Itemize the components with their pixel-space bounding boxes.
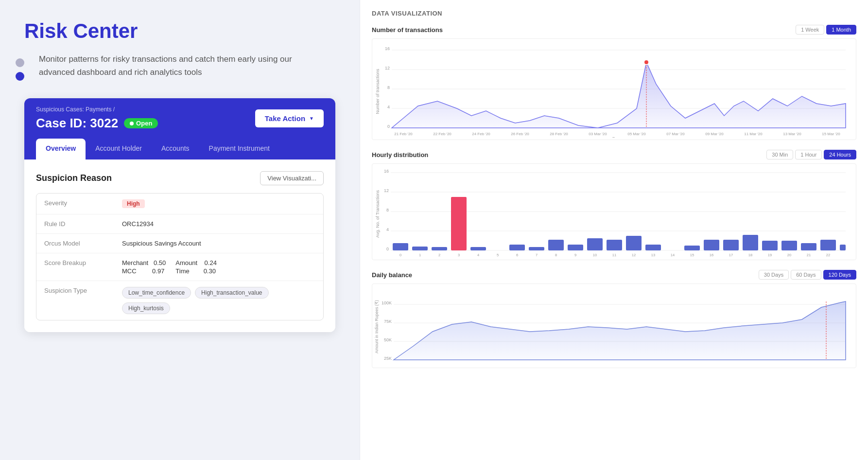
tab-overview[interactable]: Overview xyxy=(36,139,86,159)
svg-text:50K: 50K xyxy=(384,337,392,342)
transactions-1week-btn[interactable]: 1 Week xyxy=(796,25,824,35)
svg-text:10: 10 xyxy=(593,253,597,257)
svg-rect-46 xyxy=(587,238,603,250)
svg-text:4: 4 xyxy=(386,227,389,232)
svg-text:07 Mar '20: 07 Mar '20 xyxy=(666,132,685,136)
svg-rect-48 xyxy=(626,236,642,250)
svg-rect-43 xyxy=(529,247,544,250)
svg-text:0: 0 xyxy=(399,253,401,257)
svg-text:22 Feb '20: 22 Feb '20 xyxy=(433,132,451,136)
transactions-1month-btn[interactable]: 1 Month xyxy=(826,25,856,35)
tab-account-holder[interactable]: Account Holder xyxy=(86,139,152,159)
svg-text:11 Mar '20: 11 Mar '20 xyxy=(744,132,763,136)
svg-text:17: 17 xyxy=(729,253,733,257)
svg-text:0: 0 xyxy=(387,124,390,129)
status-badge: Open xyxy=(124,118,158,128)
svg-text:24 Feb '20: 24 Feb '20 xyxy=(472,132,490,136)
type-label: Suspicion Type xyxy=(44,287,122,294)
suspicion-details: Severity High Rule ID ORC12934 Orcus Mod… xyxy=(36,193,324,320)
svg-text:05 Mar '20: 05 Mar '20 xyxy=(627,132,646,136)
tab-payment-instrument[interactable]: Payment Instrument xyxy=(199,139,279,159)
svg-text:13: 13 xyxy=(651,253,655,257)
svg-rect-54 xyxy=(762,241,778,250)
hourly-24hours-btn[interactable]: 24 Hours xyxy=(824,150,856,159)
tabs-row: Overview Account Holder Accounts Payment… xyxy=(24,139,335,159)
daily-balance-chart: Amount in Indian Rupees (₹) 25K 50K 75K … xyxy=(372,283,856,368)
daily-balance-title: Daily balance xyxy=(372,271,412,279)
svg-text:28 Feb '20: 28 Feb '20 xyxy=(550,132,568,136)
score-label: Score Breakup xyxy=(44,259,122,266)
svg-rect-47 xyxy=(607,240,622,250)
dot-active xyxy=(16,72,24,81)
daily-30days-btn[interactable]: 30 Days xyxy=(759,270,789,280)
score-amount: Amount 0.24 xyxy=(175,259,217,266)
view-visualization-button[interactable]: View Visualizati... xyxy=(260,171,324,185)
model-row: Orcus Model Suspicious Savings Account xyxy=(36,234,323,253)
svg-point-12 xyxy=(644,60,649,65)
svg-text:15: 15 xyxy=(690,253,694,257)
daily-balance-section: Daily balance 30 Days 60 Days 120 Days A… xyxy=(372,270,856,368)
svg-rect-53 xyxy=(743,235,758,250)
svg-text:21 Feb '20: 21 Feb '20 xyxy=(394,132,413,136)
daily-time-buttons: 30 Days 60 Days 120 Days xyxy=(759,270,856,280)
svg-text:Number of transactions: Number of transactions xyxy=(375,69,380,114)
svg-rect-49 xyxy=(645,245,661,250)
svg-rect-58 xyxy=(840,245,846,250)
svg-text:21: 21 xyxy=(807,253,811,257)
tab-accounts[interactable]: Accounts xyxy=(152,139,199,159)
rule-id-value: ORC12934 xyxy=(122,220,154,228)
svg-text:75K: 75K xyxy=(384,319,392,324)
svg-rect-37 xyxy=(393,243,408,250)
dot-inactive xyxy=(16,58,24,67)
transactions-chart-section: Number of transactions 1 Week 1 Month Nu… xyxy=(372,25,856,140)
svg-text:2: 2 xyxy=(438,253,440,257)
svg-text:3: 3 xyxy=(458,253,460,257)
transactions-chart-title: Number of transactions xyxy=(372,26,443,34)
case-header: Suspicious Cases: Payments / Case ID: 30… xyxy=(24,98,335,139)
svg-text:19: 19 xyxy=(768,253,772,257)
svg-rect-50 xyxy=(684,246,700,250)
svg-text:7: 7 xyxy=(536,253,538,257)
page-subtitle: Monitor patterns for risky transactions … xyxy=(39,53,321,79)
daily-120days-btn[interactable]: 120 Days xyxy=(823,270,856,280)
transactions-chart: Number of transactions 0 4 8 12 16 xyxy=(372,38,856,140)
svg-text:8: 8 xyxy=(386,208,389,212)
rule-id-label: Rule ID xyxy=(44,220,122,228)
suspicion-title: Suspicion Reason xyxy=(36,173,112,183)
svg-text:09 Mar '20: 09 Mar '20 xyxy=(705,132,724,136)
tag-high-value: High_transaction_value xyxy=(195,287,268,299)
score-merchant: Merchant 0.50 xyxy=(122,259,166,266)
rule-id-row: Rule ID ORC12934 xyxy=(36,214,323,234)
svg-text:8: 8 xyxy=(387,85,390,90)
case-body: Suspicion Reason View Visualizati... Sev… xyxy=(24,159,335,332)
case-card: Suspicious Cases: Payments / Case ID: 30… xyxy=(24,98,335,332)
svg-text:11: 11 xyxy=(612,253,616,257)
svg-rect-38 xyxy=(412,247,428,250)
tags-container: Low_time_confidence High_transaction_val… xyxy=(122,287,315,314)
svg-text:9: 9 xyxy=(574,253,576,257)
svg-text:Days: Days xyxy=(612,136,623,138)
hourly-30min-btn[interactable]: 30 Min xyxy=(766,150,793,159)
transactions-time-buttons: 1 Week 1 Month xyxy=(796,25,856,35)
hourly-1hour-btn[interactable]: 1 Hour xyxy=(795,150,822,159)
tag-low-time: Low_time_confidence xyxy=(122,287,191,299)
score-grid: Merchant 0.50 Amount 0.24 MCC 0.97 Time … xyxy=(122,259,217,275)
hourly-chart-title: Hourly distribution xyxy=(372,151,428,159)
model-label: Orcus Model xyxy=(44,240,122,247)
page-title: Risk Center xyxy=(24,19,335,43)
take-action-button[interactable]: Take Action xyxy=(255,109,324,127)
svg-text:6: 6 xyxy=(516,253,518,257)
svg-text:1: 1 xyxy=(419,253,421,257)
severity-label: Severity xyxy=(44,199,122,207)
model-value: Suspicious Savings Account xyxy=(122,240,201,247)
hourly-time-buttons: 30 Min 1 Hour 24 Hours xyxy=(766,150,856,159)
svg-text:26 Feb '20: 26 Feb '20 xyxy=(511,132,529,136)
svg-text:12: 12 xyxy=(384,188,389,193)
dots-indicator xyxy=(16,58,24,81)
svg-text:16: 16 xyxy=(710,253,713,257)
svg-rect-51 xyxy=(704,240,719,250)
score-mcc: MCC 0.97 xyxy=(122,267,166,275)
svg-text:15 Mar '20: 15 Mar '20 xyxy=(822,132,840,136)
severity-value: High xyxy=(122,199,145,208)
daily-60days-btn[interactable]: 60 Days xyxy=(791,270,821,280)
